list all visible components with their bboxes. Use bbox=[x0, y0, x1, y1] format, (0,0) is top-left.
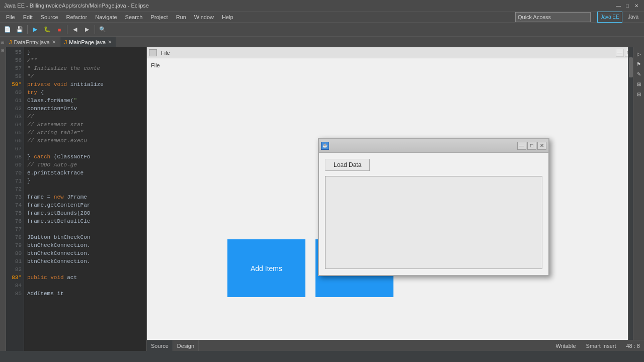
sidebar-icon-3[interactable]: ✎ bbox=[634, 69, 643, 78]
forward-button[interactable]: ▶ bbox=[82, 24, 93, 35]
line-num: 65 bbox=[8, 129, 22, 137]
sidebar-icon-1[interactable]: ▷ bbox=[634, 49, 643, 58]
line-num: 67 bbox=[8, 145, 22, 153]
line-num: 71 bbox=[8, 177, 22, 185]
menu-window[interactable]: Window bbox=[190, 13, 218, 21]
sidebar-icon-2[interactable]: ⚑ bbox=[634, 59, 643, 68]
line-num: 55 bbox=[8, 48, 22, 56]
line-num: 79 bbox=[8, 241, 22, 249]
perspective-javaee[interactable]: Java EE bbox=[597, 12, 622, 23]
java-dialog-maximize[interactable]: □ bbox=[527, 142, 536, 150]
menu-run[interactable]: Run bbox=[172, 13, 190, 21]
menu-edit[interactable]: Edit bbox=[19, 13, 37, 21]
java-dialog-titlebar: ☕ — □ ✕ bbox=[319, 139, 548, 153]
toolbar: 📄 💾 ▶ 🐛 ■ ◀ ▶ 🔍 bbox=[0, 22, 644, 36]
main-area: ⊞ 55 56 57 58 59° 60 61 62 63 64 65 66 6… bbox=[0, 47, 644, 351]
code-line: frame.getContentPar bbox=[27, 201, 143, 209]
scrollbar-thumb bbox=[629, 57, 633, 77]
code-line: // String table=" bbox=[27, 129, 143, 137]
line-num: 72 bbox=[8, 185, 22, 193]
code-line err-line: } catch (ClassNotFo bbox=[27, 153, 143, 161]
line-num: 74 bbox=[8, 201, 22, 209]
java-dialog-minimize[interactable]: — bbox=[517, 142, 526, 150]
code-line: // Statement stat bbox=[27, 121, 143, 129]
inner-window-content: File bbox=[147, 58, 644, 72]
menu-refactor[interactable]: Refactor bbox=[62, 13, 92, 21]
code-editor[interactable]: 55 56 57 58 59° 60 61 62 63 64 65 66 67 … bbox=[6, 47, 147, 351]
toolbar-right: Quick Access Java EE Java bbox=[515, 12, 642, 23]
stop-button[interactable]: ■ bbox=[54, 24, 65, 35]
status-tab-design[interactable]: Design bbox=[173, 340, 199, 351]
code-line: } bbox=[27, 177, 143, 185]
sidebar-icon-4[interactable]: ⊞ bbox=[634, 79, 643, 88]
search-button[interactable]: 🔍 bbox=[97, 24, 108, 35]
add-items-button[interactable]: Add Items bbox=[227, 239, 305, 297]
code-line: JButton btnCheckCon bbox=[27, 233, 143, 241]
menu-project[interactable]: Project bbox=[146, 13, 172, 21]
minimize-button[interactable]: — bbox=[615, 2, 622, 9]
code-line: try { bbox=[27, 88, 143, 97]
line-num: 59° bbox=[8, 80, 22, 88]
title-bar: Java EE - BillingInvoiceApp/src/sh/MainP… bbox=[0, 0, 644, 11]
line-numbers: 55 56 57 58 59° 60 61 62 63 64 65 66 67 … bbox=[6, 47, 24, 351]
quick-access-box[interactable]: Quick Access bbox=[515, 12, 591, 22]
editor-sidebar-toggle[interactable]: ⊞ bbox=[0, 37, 5, 47]
java-dialog-close[interactable]: ✕ bbox=[537, 142, 546, 150]
line-num: 60 bbox=[8, 88, 22, 97]
code-line: btnCheckConnection. bbox=[27, 257, 143, 265]
code-line: // statement.execu bbox=[27, 137, 143, 145]
menu-navigate[interactable]: Navigate bbox=[91, 13, 121, 21]
menu-help[interactable]: Help bbox=[218, 13, 237, 21]
status-tab-source[interactable]: Source bbox=[147, 340, 173, 351]
code-line: e.printStackTrace bbox=[27, 169, 143, 177]
line-num: 62 bbox=[8, 105, 22, 113]
design-tab-label: Design bbox=[177, 343, 194, 349]
code-lines: 55 56 57 58 59° 60 61 62 63 64 65 66 67 … bbox=[6, 47, 146, 351]
tab-dataentry[interactable]: J DataEntry.java ✕ bbox=[5, 37, 60, 47]
gutter-icon: ⊞ bbox=[1, 48, 5, 53]
sep1 bbox=[27, 25, 28, 34]
inner-window-minimize[interactable]: — bbox=[616, 49, 624, 57]
status-tab-bar: Source Design Writable Smart Insert 48 :… bbox=[147, 340, 644, 351]
title-bar-controls: — □ ✕ bbox=[615, 2, 640, 9]
sidebar-icon-5[interactable]: ⊟ bbox=[634, 89, 643, 99]
tab-mainpage[interactable]: J MainPage.java ✕ bbox=[60, 37, 116, 47]
line-num: 85 bbox=[8, 290, 22, 298]
menu-file[interactable]: File bbox=[2, 13, 19, 21]
line-num: 61 bbox=[8, 97, 22, 105]
close-button[interactable]: ✕ bbox=[633, 2, 640, 9]
java-dialog-body: Load Data bbox=[319, 153, 548, 275]
line-num: 76 bbox=[8, 217, 22, 225]
position-status: 48 : 8 bbox=[626, 343, 640, 349]
code-line: btnCheckConnection. bbox=[27, 241, 143, 249]
vertical-scrollbar[interactable] bbox=[628, 47, 633, 340]
quick-access-label: Quick Access bbox=[518, 14, 551, 20]
line-num: 73 bbox=[8, 193, 22, 201]
status-right: Writable Smart Insert 48 : 8 bbox=[555, 343, 644, 349]
line-num: 63 bbox=[8, 113, 22, 121]
tab-dataentry-close[interactable]: ✕ bbox=[52, 39, 56, 45]
menu-search[interactable]: Search bbox=[121, 13, 147, 21]
code-line bbox=[27, 265, 143, 274]
line-num: 57 bbox=[8, 64, 22, 72]
line-num: 68 bbox=[8, 153, 22, 161]
save-button[interactable]: 💾 bbox=[14, 24, 25, 35]
sep2 bbox=[67, 25, 67, 34]
line-num: 78 bbox=[8, 233, 22, 241]
maximize-button[interactable]: □ bbox=[624, 2, 631, 9]
run-button[interactable]: ▶ bbox=[30, 24, 41, 35]
code-line: btnCheckConnection. bbox=[27, 249, 143, 257]
tab-mainpage-close[interactable]: ✕ bbox=[108, 39, 112, 45]
perspective-java[interactable]: Java bbox=[624, 12, 642, 23]
back-button[interactable]: ◀ bbox=[69, 24, 80, 35]
code-line: public void act bbox=[27, 274, 143, 282]
editor-gutter: ⊞ bbox=[0, 47, 6, 351]
line-num: 70 bbox=[8, 169, 22, 177]
line-num: 66 bbox=[8, 137, 22, 145]
code-line: /** bbox=[27, 56, 143, 64]
load-data-button[interactable]: Load Data bbox=[325, 159, 370, 171]
new-button[interactable]: 📄 bbox=[2, 24, 13, 35]
debug-button[interactable]: 🐛 bbox=[42, 24, 53, 35]
code-line: Class.forName(" bbox=[27, 97, 143, 105]
menu-source[interactable]: Source bbox=[37, 13, 62, 21]
